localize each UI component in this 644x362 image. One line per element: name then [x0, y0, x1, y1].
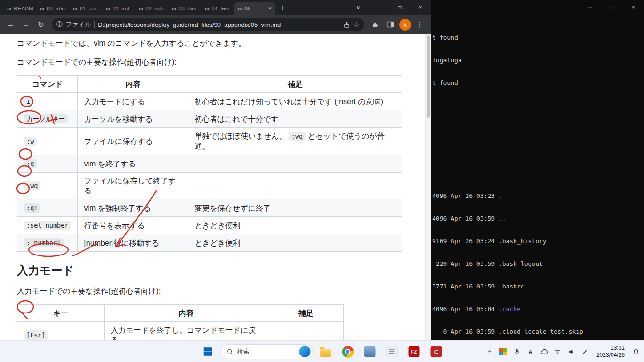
address-bar[interactable]: ⓘ ファイル D:/projects/lessons/deploy_guide/… — [52, 18, 364, 31]
browser-tab-01-con[interactable]: m 01_con — [70, 2, 103, 15]
terminal-line: t found — [432, 79, 644, 87]
terminal-line: fugafuga — [432, 57, 644, 64]
browser-maximize-button[interactable]: □ — [389, 0, 410, 15]
side-panel-icon[interactable] — [383, 17, 397, 32]
terminal-blank-line — [432, 124, 644, 132]
terminal-line: 4096 Apr 16 03:59 .. — [432, 215, 644, 222]
search-label: 検索 — [237, 347, 250, 356]
markdown-favicon-icon: m — [106, 6, 110, 11]
pen-icon[interactable] — [579, 343, 591, 360]
reload-button[interactable]: ↻ — [34, 17, 48, 32]
chrome-icon — [342, 346, 354, 358]
back-button[interactable]: ← — [4, 17, 18, 32]
terminal-blank-line — [432, 147, 644, 155]
table-row: :w ファイルに保存する 単独ではほぼ使いません。 :wq とセットで使うのが普… — [17, 128, 402, 155]
url-text[interactable]: D:/projects/lessons/deploy_guide/md_file… — [98, 21, 340, 28]
forward-button[interactable]: → — [19, 17, 33, 32]
terminal-minimize-button[interactable]: ─ — [579, 0, 601, 14]
scrollbar[interactable] — [425, 34, 431, 340]
c-app-icon: C — [431, 346, 442, 357]
onedrive-cloud-icon[interactable] — [538, 343, 550, 360]
filezilla-button[interactable]: FZ — [405, 342, 424, 361]
extensions-puzzle-icon[interactable] — [368, 17, 382, 32]
file-explorer-button[interactable] — [316, 342, 335, 361]
notification-bell-icon[interactable] — [630, 343, 642, 360]
terminal-close-button[interactable]: × — [622, 0, 644, 14]
markdown-favicon-icon: m — [238, 6, 242, 11]
tray-colored-grid-icon[interactable] — [497, 343, 509, 360]
browser-tab-readme[interactable]: m README — [4, 2, 37, 15]
col-header-content: 内容 — [105, 305, 268, 322]
col-header-key: キー — [17, 305, 105, 322]
wifi-icon[interactable] — [552, 343, 564, 360]
terminal-line: 3771 Apr 16 03:59 .bashrc — [432, 283, 644, 290]
tab-label: 00_abo — [47, 6, 66, 11]
tab-label: 01_aut — [113, 6, 132, 11]
url-scheme-label: ファイル — [66, 20, 91, 29]
taskbar-search[interactable]: 検索 — [221, 344, 313, 359]
terminal-window[interactable]: ─ □ × t found fugafuga t found 4096 Apr … — [419, 0, 644, 340]
browser-tab-03-dirs[interactable]: m 03_dirs — [169, 2, 201, 15]
input-mode-heading: 入力モード — [17, 262, 408, 279]
browser-tab-04-tem[interactable]: m 04_tem — [201, 2, 234, 15]
command-code: i — [24, 97, 33, 106]
browser-tab-01-aut[interactable]: m 01_aut — [103, 2, 136, 15]
bookmark-star-icon[interactable]: ☆ — [354, 21, 360, 28]
document-app-button[interactable] — [383, 342, 402, 361]
table-row: [Esc] 入力モードを終了し、コマンドモードに戻る — [17, 322, 344, 341]
command-code: :set number — [24, 221, 71, 230]
markdown-favicon-icon: m — [139, 6, 143, 11]
new-tab-button[interactable]: + — [277, 2, 289, 14]
desktop: ─ □ × t found fugafuga t found 4096 Apr … — [0, 0, 644, 362]
profile-avatar[interactable]: k — [399, 19, 411, 31]
markdown-favicon-icon: m — [205, 6, 209, 11]
ime-indicator[interactable]: A — [524, 343, 537, 360]
terminal-restore-button[interactable]: □ — [601, 0, 622, 14]
browser-tab-02-ssh[interactable]: m 02_ssh — [136, 2, 169, 15]
page-content-area: コマンドモードでは、vim のコマンドを入力することができます。 コマンドモード… — [0, 34, 431, 340]
browser-toolbar: ← → ↻ ⓘ ファイル D:/projects/lessons/deploy_… — [0, 15, 431, 34]
browser-minimize-button[interactable]: ─ — [369, 0, 389, 15]
tab-label: 01_con — [80, 6, 99, 11]
bing-icon[interactable] — [299, 346, 311, 357]
table-row: i 入力モードにする 初心者はこれだけ知っていれば十分です (Insert の意… — [17, 93, 402, 110]
terminal-blank-line — [432, 170, 644, 177]
scrollbar-thumb[interactable] — [427, 35, 430, 118]
tab-label: README — [14, 6, 33, 11]
taskbar: 検索 FZ C A — [0, 340, 644, 362]
tab-label: 02_ssh — [145, 6, 165, 11]
browser-tab-05-vim-active[interactable]: m 05_ × — [234, 2, 275, 15]
terminal-blank-line — [432, 102, 644, 109]
terminal-line: 9169 Apr 26 03:24 .bash_history — [432, 238, 644, 245]
input-mode-table: キー 内容 補足 [Esc] 入力モードを終了し、コマンドモードに戻る [Shi… — [17, 304, 344, 340]
chrome-button[interactable] — [338, 342, 357, 361]
page-info-icon[interactable]: ⓘ — [56, 20, 63, 29]
c-app-button[interactable]: C — [427, 342, 446, 361]
tab-close-icon[interactable]: × — [268, 5, 272, 12]
terminal-line: 4096 Apr 26 03:23 . — [432, 192, 644, 200]
browser-menu-icon[interactable]: ⋮ — [413, 17, 427, 32]
command-code: :wq — [24, 181, 40, 190]
browser-tab-00-abo[interactable]: m 00_abo — [37, 2, 70, 15]
remote-app-button[interactable] — [361, 342, 379, 361]
table-row: カーソルキー カーソルを移動する 初心者はこれで十分です — [17, 110, 402, 128]
col-header-command: コマンド — [17, 76, 78, 93]
table-header-row: コマンド 内容 補足 — [17, 76, 402, 93]
command-code: :q — [24, 159, 37, 168]
browser-close-button[interactable]: × — [410, 0, 431, 15]
command-code: :q! — [24, 203, 40, 213]
start-button[interactable] — [199, 342, 217, 361]
volume-icon[interactable] — [565, 343, 578, 360]
col-header-content: 内容 — [78, 76, 188, 93]
terminal-line: 4096 Apr 16 05:04 .cache — [432, 305, 644, 313]
tab-search-chevron-icon[interactable]: ∨ — [348, 0, 369, 15]
table-row: :set number 行番号を表示する ときどき便利 — [17, 217, 402, 234]
search-icon — [227, 348, 233, 355]
share-icon[interactable] — [343, 21, 350, 28]
taskbar-clock[interactable]: 13:31 2023/04/26 — [593, 345, 628, 359]
command-code: :w — [24, 137, 37, 146]
clock-date: 2023/04/26 — [596, 352, 625, 359]
microphone-icon[interactable] — [511, 343, 523, 360]
tray-overflow-chevron[interactable] — [483, 343, 496, 360]
terminal-output[interactable]: t found fugafuga t found 4096 Apr 26 03:… — [419, 14, 644, 362]
